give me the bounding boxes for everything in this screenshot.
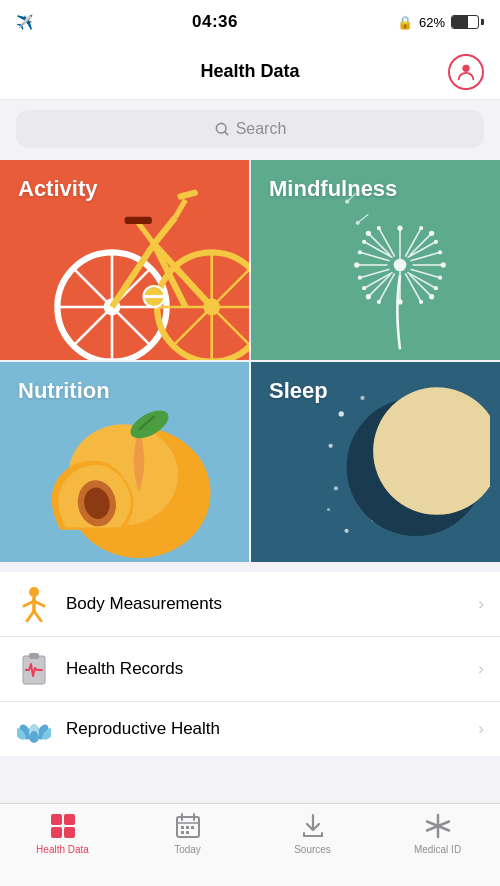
- reproductive-health-item[interactable]: Reproductive Health ›: [0, 702, 500, 756]
- user-avatar-button[interactable]: [448, 54, 484, 90]
- tab-health-data-label: Health Data: [36, 844, 89, 855]
- svg-line-89: [27, 611, 34, 621]
- activity-label: Activity: [18, 176, 97, 202]
- svg-point-99: [30, 731, 38, 741]
- svg-rect-102: [51, 827, 62, 838]
- body-measurements-icon: [16, 586, 52, 622]
- search-bar[interactable]: Search: [16, 110, 484, 148]
- svg-point-76: [329, 444, 333, 448]
- health-records-icon: [16, 651, 52, 687]
- svg-point-74: [339, 411, 344, 416]
- svg-point-44: [397, 225, 402, 230]
- sleep-label: Sleep: [269, 378, 328, 404]
- svg-line-16: [154, 218, 175, 244]
- svg-point-75: [360, 396, 364, 400]
- svg-point-57: [419, 226, 423, 230]
- nutrition-card[interactable]: Nutrition: [0, 362, 249, 562]
- lock-icon: 🔒: [397, 15, 413, 30]
- svg-rect-18: [125, 217, 152, 224]
- reproductive-health-chevron: ›: [478, 719, 484, 739]
- health-data-tab-icon: [49, 812, 77, 840]
- search-icon: [214, 121, 230, 137]
- nav-header: Health Data: [0, 44, 500, 100]
- svg-point-0: [462, 64, 469, 71]
- svg-line-19: [175, 200, 186, 218]
- svg-point-80: [344, 529, 348, 533]
- svg-rect-111: [181, 831, 184, 834]
- today-tab-icon: [174, 812, 202, 840]
- svg-point-82: [327, 508, 330, 511]
- tab-today[interactable]: Today: [125, 812, 250, 855]
- svg-rect-101: [64, 814, 75, 825]
- tab-medical-id[interactable]: Medical ID: [375, 812, 500, 855]
- svg-rect-20: [177, 189, 199, 201]
- svg-point-53: [434, 240, 438, 244]
- health-records-chevron: ›: [478, 659, 484, 679]
- body-measurements-chevron: ›: [478, 594, 484, 614]
- svg-rect-109: [186, 826, 189, 829]
- svg-rect-103: [64, 827, 75, 838]
- mindfulness-label: Mindfulness: [269, 176, 397, 202]
- svg-rect-92: [29, 653, 39, 659]
- svg-point-49: [429, 231, 434, 236]
- tab-today-label: Today: [174, 844, 201, 855]
- body-measurements-item[interactable]: Body Measurements ›: [0, 572, 500, 637]
- sleep-card[interactable]: Sleep: [251, 362, 500, 562]
- svg-point-23: [394, 259, 407, 272]
- tab-sources-label: Sources: [294, 844, 331, 855]
- svg-rect-112: [186, 831, 189, 834]
- svg-line-90: [34, 611, 41, 621]
- svg-point-51: [429, 294, 434, 299]
- svg-line-2: [224, 132, 227, 135]
- svg-point-52: [362, 240, 366, 244]
- status-right: 🔒 62%: [397, 15, 484, 30]
- svg-point-65: [356, 221, 360, 225]
- health-records-label: Health Records: [66, 659, 478, 679]
- activity-card[interactable]: Activity: [0, 160, 249, 360]
- battery-icon: [451, 15, 484, 29]
- svg-rect-108: [181, 826, 184, 829]
- airplane-icon: ✈️: [16, 14, 33, 30]
- tab-bar: Health Data Today: [0, 803, 500, 886]
- health-records-item[interactable]: Health Records ›: [0, 637, 500, 702]
- status-time: 04:36: [192, 12, 238, 32]
- svg-point-50: [366, 294, 371, 299]
- medical-id-tab-icon: [424, 812, 452, 840]
- svg-point-58: [377, 300, 381, 304]
- tab-medical-id-label: Medical ID: [414, 844, 461, 855]
- svg-point-47: [441, 262, 446, 267]
- svg-point-62: [358, 276, 362, 280]
- svg-rect-100: [51, 814, 62, 825]
- nutrition-label: Nutrition: [18, 378, 110, 404]
- page-title: Health Data: [200, 61, 299, 82]
- tab-sources[interactable]: Sources: [250, 812, 375, 855]
- status-bar: ✈️ 04:36 🔒 62%: [0, 0, 500, 44]
- svg-point-46: [354, 262, 359, 267]
- svg-point-60: [358, 250, 362, 254]
- svg-rect-110: [191, 826, 194, 829]
- svg-point-54: [362, 286, 366, 290]
- search-placeholder: Search: [236, 120, 287, 138]
- categories-grid: Activity: [0, 158, 500, 564]
- sources-tab-icon: [299, 812, 327, 840]
- svg-point-55: [434, 286, 438, 290]
- tab-health-data[interactable]: Health Data: [0, 812, 125, 855]
- body-measurements-label: Body Measurements: [66, 594, 478, 614]
- mindfulness-card[interactable]: Mindfulness: [251, 160, 500, 360]
- nutrition-illustration: [39, 392, 239, 562]
- svg-point-45: [397, 299, 402, 304]
- svg-point-61: [438, 250, 442, 254]
- battery-percent: 62%: [419, 15, 445, 30]
- search-bar-wrap: Search: [0, 100, 500, 158]
- svg-line-17: [138, 223, 154, 244]
- svg-point-48: [366, 231, 371, 236]
- sleep-illustration: [320, 382, 490, 552]
- list-section: Body Measurements › Health Records ›: [0, 572, 500, 756]
- svg-point-59: [419, 300, 423, 304]
- reproductive-health-icon: [16, 711, 52, 747]
- svg-point-78: [334, 486, 338, 490]
- reproductive-health-label: Reproductive Health: [66, 719, 478, 739]
- svg-point-56: [377, 226, 381, 230]
- svg-point-63: [438, 276, 442, 280]
